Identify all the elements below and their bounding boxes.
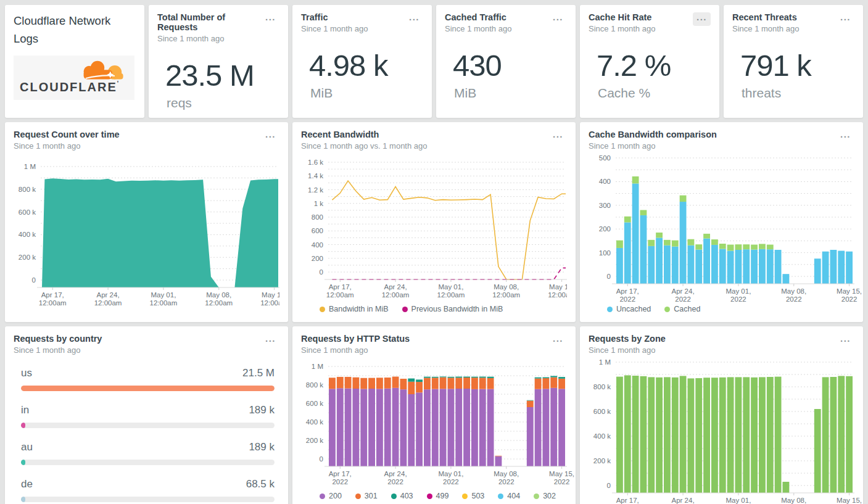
panel-title: Requests by Zone <box>589 334 666 344</box>
svg-text:May 15,: May 15, <box>837 497 862 504</box>
panel-title: Cache Hit Rate <box>589 12 655 22</box>
svg-text:12:00am: 12:00am <box>205 299 233 307</box>
cloudflare-cloud-icon <box>68 59 127 81</box>
svg-text:May 08,: May 08, <box>781 497 806 504</box>
svg-text:May 01,: May 01, <box>438 470 463 477</box>
legend-item-404[interactable]: 404 <box>498 492 520 500</box>
legend-item-403[interactable]: 403 <box>391 492 413 500</box>
recent-bandwidth-chart[interactable]: 02004006008001 k1.2 k1.4 k1.6 kApr 17,12… <box>301 153 567 302</box>
legend-label: 302 <box>543 492 556 500</box>
legend-item-previous-bandwidth-in-mib[interactable]: Previous Bandwidth in MiB <box>402 305 503 313</box>
legend-dot-icon <box>391 494 397 499</box>
http-status-chart[interactable]: 0200 k400 k600 k800 k1 MApr 17,2022Apr 2… <box>301 357 567 489</box>
legend-dot-icon <box>664 307 670 312</box>
svg-text:2022: 2022 <box>332 478 348 485</box>
panel-menu-button[interactable]: ... <box>837 334 854 347</box>
country-value: 189 k <box>249 441 275 453</box>
country-row-in[interactable]: in189 k <box>21 404 275 428</box>
stat-value: 4.98 k <box>301 48 423 83</box>
cache-bandwidth-chart[interactable]: 0100200300400500Apr 17,2022Apr 24,2022Ma… <box>589 153 854 302</box>
svg-text:1.6 k: 1.6 k <box>308 159 323 166</box>
svg-text:Apr 24,: Apr 24, <box>672 497 695 504</box>
svg-text:2022: 2022 <box>387 478 403 485</box>
country-value: 21.5 M <box>242 367 275 379</box>
legend-item-301[interactable]: 301 <box>355 492 378 500</box>
legend-item-200[interactable]: 200 <box>320 492 342 500</box>
panel-total-requests: Total Number of Requests Since 1 month a… <box>149 5 288 118</box>
panel-menu-button[interactable]: ... <box>262 334 279 347</box>
panel-traffic: Traffic Since 1 month ago ... 4.98 k MiB <box>292 5 432 118</box>
panel-subtitle: Since 1 month ago <box>445 24 511 33</box>
svg-text:1 M: 1 M <box>24 163 36 170</box>
svg-text:May 08,: May 08, <box>494 283 519 291</box>
panel-menu-button[interactable]: ... <box>549 334 567 347</box>
svg-text:12:00am: 12:00am <box>150 299 178 307</box>
svg-text:800 k: 800 k <box>306 381 323 389</box>
legend-dot-icon <box>320 307 325 312</box>
panel-menu-button[interactable]: ... <box>837 130 854 143</box>
panel-menu-button[interactable]: ... <box>405 12 423 26</box>
legend-item-cached[interactable]: Cached <box>664 305 700 313</box>
middle-row: Request Count over time Since 1 month ag… <box>5 122 863 322</box>
panel-subtitle: Since 1 month ago <box>589 24 655 33</box>
panel-title: Requests by HTTP Status <box>301 334 410 344</box>
svg-text:May 15,: May 15, <box>262 291 279 299</box>
zone-chart[interactable]: 0200 k400 k600 k800 k1 MApr 17,2022Apr 2… <box>589 357 854 504</box>
panel-subtitle: Since 1 month ago <box>301 345 410 355</box>
panel-cached-traffic: Cached Traffic Since 1 month ago ... 430… <box>436 5 576 118</box>
svg-text:1 k: 1 k <box>314 200 324 207</box>
request-count-chart[interactable]: 0200 k400 k600 k800 k1 MApr 17,12:00amAp… <box>14 153 279 315</box>
panel-subtitle: Since 1 month ago <box>732 24 799 33</box>
svg-text:2022: 2022 <box>443 478 459 485</box>
svg-text:100: 100 <box>599 249 611 257</box>
svg-text:12:00am: 12:00am <box>548 291 567 299</box>
svg-text:400 k: 400 k <box>19 231 36 238</box>
svg-text:1.4 k: 1.4 k <box>308 172 323 180</box>
stat-unit: reqs <box>157 96 279 110</box>
panel-menu-button[interactable]: ... <box>693 12 711 26</box>
stat-unit: MiB <box>445 86 567 101</box>
panel-menu-button[interactable]: ... <box>549 12 567 26</box>
svg-text:800: 800 <box>312 213 323 221</box>
svg-text:0: 0 <box>607 482 611 489</box>
country-row-us[interactable]: us21.5 M <box>21 367 275 391</box>
panel-title: Traffic <box>301 12 368 22</box>
legend-dot-icon <box>534 494 539 499</box>
svg-text:600 k: 600 k <box>593 408 611 415</box>
svg-text:200 k: 200 k <box>593 457 611 465</box>
panel-title: Request Count over time <box>14 130 120 139</box>
panel-recent-threats: Recent Threats Since 1 month ago ... 791… <box>724 5 863 118</box>
stat-unit: Cache % <box>589 86 711 101</box>
legend-dot-icon <box>402 307 408 312</box>
legend-item-uncached[interactable]: Uncached <box>607 305 651 313</box>
legend-dot-icon <box>355 494 361 499</box>
panel-menu-button[interactable]: ... <box>549 130 567 143</box>
panel-subtitle: Since 1 month ago <box>14 141 120 151</box>
svg-text:2022: 2022 <box>498 478 515 485</box>
legend-item-302[interactable]: 302 <box>534 492 556 500</box>
legend-label: 499 <box>436 492 449 500</box>
legend-label: Uncached <box>616 305 651 313</box>
stat-unit: threats <box>732 86 854 101</box>
svg-text:May 08,: May 08, <box>494 470 519 477</box>
panel-menu-button[interactable]: ... <box>837 12 854 26</box>
country-toplist: us21.5 Min189 kau189 kde68.5 k <box>14 367 279 504</box>
svg-text:12:00am: 12:00am <box>39 299 67 307</box>
legend-item-503[interactable]: 503 <box>462 492 484 500</box>
svg-text:400: 400 <box>599 178 611 185</box>
country-bar-fill <box>21 497 25 502</box>
svg-text:May 08,: May 08, <box>781 287 806 295</box>
panel-dashboard-header: Cloudflare Network Logs CLOUDFLARE' <box>5 5 144 118</box>
panel-menu-button[interactable]: ... <box>262 130 279 143</box>
svg-text:1.2 k: 1.2 k <box>308 186 323 194</box>
country-label: in <box>21 404 29 416</box>
legend-dot-icon <box>320 494 325 499</box>
svg-text:0: 0 <box>320 455 323 463</box>
legend-item-499[interactable]: 499 <box>427 492 449 500</box>
page-title: Cloudflare Network Logs <box>14 12 136 48</box>
panel-menu-button[interactable]: ... <box>262 12 279 26</box>
svg-text:400 k: 400 k <box>593 432 611 440</box>
country-row-au[interactable]: au189 k <box>21 441 275 465</box>
legend-item-bandwidth-in-mib[interactable]: Bandwidth in MiB <box>320 305 389 313</box>
country-row-de[interactable]: de68.5 k <box>21 478 275 502</box>
